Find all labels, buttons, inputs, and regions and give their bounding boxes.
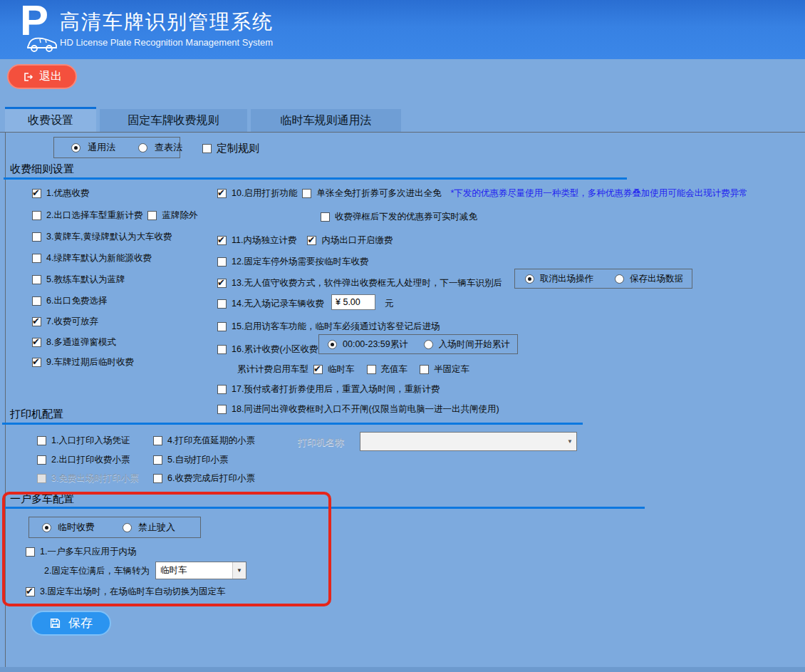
checkbox-label: 收费弹框后下发的优惠券可实时减免 [335,211,477,223]
checkbox[interactable] [32,317,41,326]
radio-save-exit-data[interactable] [615,274,624,284]
car-icon [26,36,58,56]
radio-forbid-entry[interactable] [123,523,132,532]
checkbox-label: 1.优惠收费 [46,187,89,200]
custom-rule-row: 定制规则 [202,142,259,155]
fee-rule-row: 9.车牌过期后临时收费 [32,356,134,368]
checkbox [37,474,46,483]
checkbox[interactable] [217,236,227,245]
fee-rule-row: 17.预付或者打折券使用后，重置入场时间，重新计费 [217,383,440,396]
checkbox-label: 16.累计收费(小区收费 [232,343,318,356]
checkbox[interactable] [32,296,41,306]
radio-lookup-method[interactable] [138,143,147,153]
checkbox[interactable] [32,232,41,242]
radio-general-method[interactable] [71,143,80,153]
coupon-warning-note: *下发的优惠券尽量使用一种类型，多种优惠券叠加使用可能会出现计费异常 [450,187,747,200]
checkbox-label: 1.入口打印入场凭证 [51,435,130,447]
fee-rule-row: 10.启用打折功能 单张全免打折券可多次进出全免 *下发的优惠券尽量使用一种类型… [217,187,748,200]
checkbox[interactable] [26,547,35,557]
checkbox[interactable] [302,189,311,198]
radio-entry-time-accumulate[interactable] [424,340,433,349]
checkbox[interactable] [153,436,162,445]
radio-label: 查表法 [155,141,182,154]
multicar-option-row: 3.固定车出场时，在场临时车自动切换为固定车 [26,586,225,598]
tab-fixed-plate-rules[interactable]: 固定车牌收费规则 [100,109,247,132]
fee-rule-row: 8.多通道弹窗模式 [32,336,116,348]
tab-label: 临时车规则通用法 [281,113,372,128]
radio-label: 禁止驶入 [138,521,175,534]
exit-button-label: 退出 [39,69,62,84]
checkbox[interactable] [321,212,330,222]
checkbox-label: 1.一户多车只应用于内场 [40,546,136,558]
radio-label: 通用法 [88,141,115,154]
checkbox[interactable] [217,189,227,198]
checkbox[interactable] [153,474,162,483]
radio-label: 入场时间开始累计 [439,338,510,351]
multicar-section-title: 一户多车配置 [10,492,74,506]
checkbox[interactable] [32,358,41,367]
tab-temp-car-rules[interactable]: 临时车规则通用法 [251,109,401,132]
radio-cancel-exit[interactable] [525,274,534,284]
checkbox[interactable] [217,322,227,331]
checkbox-label: 8.多通道弹窗模式 [46,336,116,348]
checkbox[interactable] [37,436,46,445]
exit-button[interactable]: 退出 [7,64,77,89]
checkbox-label: 9.车牌过期后临时收费 [46,356,134,368]
checkbox[interactable] [217,279,227,288]
checkbox-label: 半固定车 [434,363,469,376]
no-entry-fee-input[interactable] [331,294,375,310]
checkbox[interactable] [32,211,41,220]
chevron-down-icon[interactable]: ▼ [232,562,246,579]
printer-name-combobox[interactable]: ▼ [360,432,577,451]
fee-rule-row: 5.教练车默认为蓝牌 [32,274,125,286]
checkbox[interactable] [313,365,323,374]
calc-method-groupbox: 通用法 查表法 [53,137,180,158]
checkbox[interactable] [217,385,227,394]
checkbox[interactable] [32,254,41,263]
fee-rule-row: 13.无人值守收费方式，软件弹出收费框无人处理时，下一辆车识别后 [217,277,502,289]
save-button[interactable]: 保存 [31,611,111,636]
checkbox[interactable] [147,211,157,220]
fee-rule-row: 4.绿牌车默认为新能源收费 [32,252,152,264]
fee-rule-row: 收费弹框后下发的优惠券可实时减免 [321,211,477,223]
checkbox-label: 内场出口开启缴费 [321,234,393,247]
checkbox-label: 蓝牌除外 [162,210,197,222]
checkbox[interactable] [37,455,46,465]
checkbox[interactable] [26,587,35,596]
checkbox[interactable] [32,338,41,347]
printer-name-label: 打印机名称 [298,436,344,449]
checkbox-label: 3.黄牌车,黄绿牌默认为大车收费 [46,231,172,243]
checkbox-label: 临时车 [328,363,355,376]
checkbox[interactable] [153,455,162,465]
main-window: P 高清车牌识别管理系统 HD License Plate Recognitio… [0,0,805,672]
save-button-label: 保存 [68,615,93,631]
custom-rule-checkbox[interactable] [202,144,212,153]
accumulate-types-label: 累计计费启用车型 [237,363,308,376]
checkbox[interactable] [32,189,41,198]
chevron-down-icon[interactable]: ▼ [564,433,576,450]
radio-daily-accumulate[interactable] [328,340,337,349]
fee-rule-row: 15.启用访客车功能，临时车必须通过访客登记后进场 [217,321,440,333]
printer-option-row: 6.收费完成后打印小票 [153,472,255,485]
checkbox[interactable] [217,299,227,309]
checkbox[interactable] [367,365,376,374]
checkbox[interactable] [217,345,227,354]
checkbox-label: 3.固定车出场时，在场临时车自动切换为固定车 [40,586,225,598]
checkbox[interactable] [217,405,227,414]
tab-fee-settings[interactable]: 收费设置 [5,107,96,132]
section-divider [2,423,583,425]
checkbox[interactable] [217,257,227,267]
printer-option-row: 2.出口打印收费小票 [37,454,130,466]
convert-type-combobox[interactable]: 临时车 ▼ [155,562,246,579]
checkbox[interactable] [32,275,41,284]
checkbox[interactable] [420,365,429,374]
checkbox-label: 2.出口选择车型重新计费 [46,210,142,222]
fee-rule-row: 16.累计收费(小区收费 [217,343,318,356]
printer-option-row: 1.入口打印入场凭证 [37,435,130,447]
checkbox-label: 11.内场独立计费 [232,234,296,247]
radio-temp-charge[interactable] [42,523,51,532]
save-icon [49,617,61,629]
checkbox-label: 4.绿牌车默认为新能源收费 [46,252,152,264]
checkbox[interactable] [307,236,316,245]
radio-label: 临时收费 [58,521,95,534]
